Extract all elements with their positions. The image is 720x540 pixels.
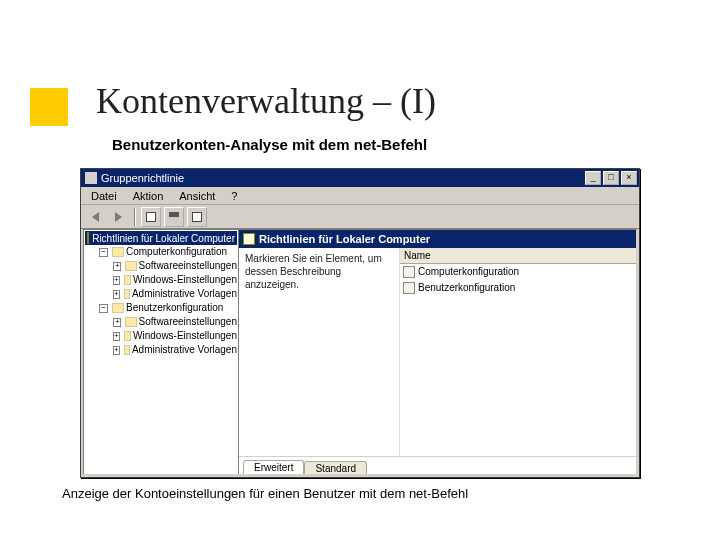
description-text: Markieren Sie ein Element, um dessen Bes…: [239, 248, 399, 456]
show-tree-button[interactable]: [164, 207, 184, 227]
toolbar: [81, 205, 639, 229]
toolbar-separator: [134, 208, 135, 226]
view-tabs: Erweitert Standard: [239, 456, 636, 474]
expand-icon[interactable]: +: [113, 276, 120, 285]
tree-root[interactable]: Richtlinien für Lokaler Computer: [85, 231, 237, 245]
tree-item[interactable]: +Softwareeinstellungen: [113, 259, 237, 273]
collapse-icon[interactable]: −: [99, 248, 108, 257]
expand-icon[interactable]: +: [113, 262, 121, 271]
folder-icon: [112, 247, 124, 257]
tree-item[interactable]: +Softwareeinstellungen: [113, 315, 237, 329]
folder-icon: [124, 275, 131, 285]
app-icon: [85, 172, 97, 184]
tree-item[interactable]: +Windows-Einstellungen: [113, 273, 237, 287]
details-list[interactable]: Name Computerkonfiguration Benutzerkonfi…: [399, 248, 636, 456]
list-item[interactable]: Benutzerkonfiguration: [400, 280, 636, 296]
policy-icon: [243, 233, 255, 245]
close-button[interactable]: ×: [621, 171, 637, 185]
tree-item[interactable]: −Computerkonfiguration: [99, 245, 237, 259]
folder-icon: [125, 261, 136, 271]
folder-icon: [112, 303, 124, 313]
slide-footer: Anzeige der Kontoeinstellungen für einen…: [62, 486, 468, 501]
back-button[interactable]: [85, 207, 105, 227]
properties-button[interactable]: [187, 207, 207, 227]
expand-icon[interactable]: +: [113, 332, 120, 341]
tree-item-label: Windows-Einstellungen: [133, 273, 237, 287]
minimize-button[interactable]: _: [585, 171, 601, 185]
container-icon: [146, 212, 156, 222]
mmc-window: Gruppenrichtlinie _ □ × Datei Aktion Ans…: [80, 168, 640, 478]
window-title: Gruppenrichtlinie: [101, 172, 184, 184]
expand-icon[interactable]: +: [113, 290, 120, 299]
tab-extended[interactable]: Erweitert: [243, 460, 304, 475]
tree-item[interactable]: −Benutzerkonfiguration: [99, 301, 237, 315]
list-item[interactable]: Computerkonfiguration: [400, 264, 636, 280]
tree-item-label: Benutzerkonfiguration: [126, 301, 223, 315]
menu-view[interactable]: Ansicht: [171, 190, 223, 202]
menu-bar: Datei Aktion Ansicht ?: [81, 187, 639, 205]
folder-icon: [124, 289, 130, 299]
properties-icon: [192, 212, 202, 222]
menu-action[interactable]: Aktion: [125, 190, 172, 202]
tree-item[interactable]: +Administrative Vorlagen: [113, 343, 237, 357]
node-icon: [403, 266, 415, 278]
arrow-right-icon: [115, 212, 122, 222]
forward-button[interactable]: [108, 207, 128, 227]
accent-square: [30, 88, 68, 126]
maximize-button[interactable]: □: [603, 171, 619, 185]
collapse-icon[interactable]: −: [99, 304, 108, 313]
node-icon: [403, 282, 415, 294]
tree-pane[interactable]: Richtlinien für Lokaler Computer −Comput…: [84, 230, 239, 474]
tree-item-label: Administrative Vorlagen: [132, 343, 237, 357]
menu-file[interactable]: Datei: [83, 190, 125, 202]
tree-item-label: Administrative Vorlagen: [132, 287, 237, 301]
tree-icon: [169, 212, 179, 222]
tree-item-label: Softwareeinstellungen: [139, 315, 237, 329]
slide-subtitle: Benutzerkonten-Analyse mit dem net-Befeh…: [112, 136, 427, 153]
tree-item-label: Computerkonfiguration: [126, 245, 227, 259]
list-item-label: Benutzerkonfiguration: [418, 281, 515, 295]
titlebar[interactable]: Gruppenrichtlinie _ □ ×: [81, 169, 639, 187]
details-pane: Richtlinien für Lokaler Computer Markier…: [239, 230, 636, 474]
expand-icon[interactable]: +: [113, 346, 120, 355]
tab-standard[interactable]: Standard: [304, 461, 367, 475]
policy-icon: [87, 232, 89, 244]
folder-icon: [125, 317, 136, 327]
details-header-text: Richtlinien für Lokaler Computer: [259, 233, 430, 245]
details-header: Richtlinien für Lokaler Computer: [239, 230, 636, 248]
menu-help[interactable]: ?: [223, 190, 245, 202]
expand-icon[interactable]: +: [113, 318, 121, 327]
content-area: Richtlinien für Lokaler Computer −Comput…: [83, 229, 637, 475]
folder-icon: [124, 331, 131, 341]
up-button[interactable]: [141, 207, 161, 227]
slide-title: Kontenverwaltung – (I): [96, 80, 436, 122]
tree-item[interactable]: +Administrative Vorlagen: [113, 287, 237, 301]
tree-item-label: Windows-Einstellungen: [133, 329, 237, 343]
tree-root-label: Richtlinien für Lokaler Computer: [92, 233, 235, 244]
tree-item[interactable]: +Windows-Einstellungen: [113, 329, 237, 343]
tree-item-label: Softwareeinstellungen: [139, 259, 237, 273]
list-item-label: Computerkonfiguration: [418, 265, 519, 279]
column-header-name[interactable]: Name: [400, 248, 636, 264]
folder-icon: [124, 345, 130, 355]
arrow-left-icon: [92, 212, 99, 222]
